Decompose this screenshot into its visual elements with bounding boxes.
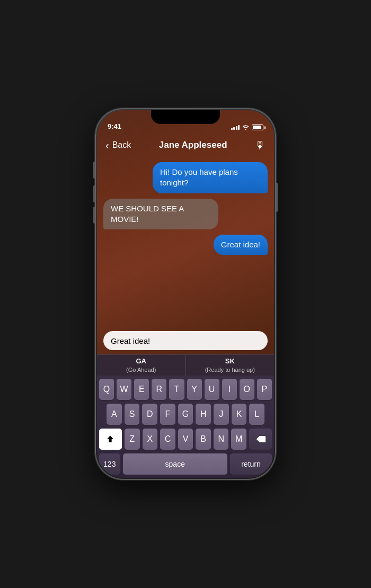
status-time: 9:41 [108, 122, 121, 130]
num-key[interactable]: 123 [99, 453, 120, 475]
key-j[interactable]: J [214, 404, 229, 425]
key-i[interactable]: I [222, 379, 237, 400]
contact-name: Jane Appleseed [159, 140, 227, 150]
keyboard-row-1: Q W E R T Y U I O P [99, 379, 272, 400]
key-m[interactable]: M [231, 429, 246, 450]
message-input[interactable] [103, 331, 268, 350]
key-o[interactable]: O [240, 379, 254, 400]
delete-key[interactable] [249, 429, 272, 450]
keyboard-row-4: 123 space return [99, 453, 272, 475]
battery-icon [252, 124, 263, 130]
autocomplete-item-sk[interactable]: SK (Ready to hang up) [186, 355, 275, 376]
key-b[interactable]: B [196, 429, 211, 450]
key-f[interactable]: F [160, 404, 175, 425]
notch [151, 110, 220, 124]
key-g[interactable]: G [178, 404, 193, 425]
status-icons [231, 124, 264, 130]
key-z[interactable]: Z [125, 429, 140, 450]
key-x[interactable]: X [143, 429, 158, 450]
phone-frame: 9:41 [95, 109, 276, 479]
key-y[interactable]: Y [187, 379, 202, 400]
key-p[interactable]: P [257, 379, 272, 400]
key-d[interactable]: D [142, 404, 157, 425]
message-bubble-incoming-1: WE SHOULD SEE A MOVIE! [103, 199, 218, 230]
messages-area: Hi! Do you have plans tonight? WE SHOULD… [97, 157, 274, 327]
signal-icon [231, 125, 240, 130]
autocomplete-abbr-ga: GA [136, 357, 147, 366]
key-s[interactable]: S [125, 404, 140, 425]
wifi-icon [242, 124, 250, 130]
key-a[interactable]: A [107, 404, 122, 425]
key-h[interactable]: H [196, 404, 211, 425]
key-k[interactable]: K [232, 404, 247, 425]
return-key[interactable]: return [230, 453, 272, 475]
shift-key[interactable] [99, 429, 122, 450]
back-button[interactable]: ‹ Back [105, 139, 131, 152]
phone-screen: 9:41 [97, 110, 274, 478]
microphone-icon[interactable]: 🎙 [255, 139, 266, 152]
key-q[interactable]: Q [99, 379, 114, 400]
autocomplete-expansion-ga: (Go Ahead) [126, 366, 156, 373]
key-u[interactable]: U [205, 379, 219, 400]
key-c[interactable]: C [160, 429, 175, 450]
key-l[interactable]: L [249, 404, 264, 425]
key-w[interactable]: W [117, 379, 131, 400]
back-label: Back [112, 140, 131, 150]
key-r[interactable]: R [152, 379, 166, 400]
chevron-left-icon: ‹ [105, 139, 109, 152]
autocomplete-bar: GA (Go Ahead) SK (Ready to hang up) [97, 354, 274, 376]
keyboard-row-3: Z X C V B N M [99, 429, 272, 450]
keyboard: Q W E R T Y U I O P A S D F G H J K [97, 376, 274, 478]
message-bubble-outgoing-2: Great idea! [214, 235, 268, 255]
navigation-bar: ‹ Back Jane Appleseed 🎙 [97, 133, 274, 157]
autocomplete-item-ga[interactable]: GA (Go Ahead) [97, 355, 186, 376]
key-e[interactable]: E [134, 379, 149, 400]
autocomplete-abbr-sk: SK [225, 357, 235, 366]
keyboard-row-2: A S D F G H J K L [99, 404, 272, 425]
key-n[interactable]: N [214, 429, 229, 450]
key-v[interactable]: V [178, 429, 193, 450]
message-bubble-outgoing-1: Hi! Do you have plans tonight? [153, 162, 268, 193]
key-t[interactable]: T [169, 379, 184, 400]
space-key[interactable]: space [123, 453, 228, 475]
autocomplete-expansion-sk: (Ready to hang up) [205, 366, 255, 373]
input-bar [97, 327, 274, 354]
